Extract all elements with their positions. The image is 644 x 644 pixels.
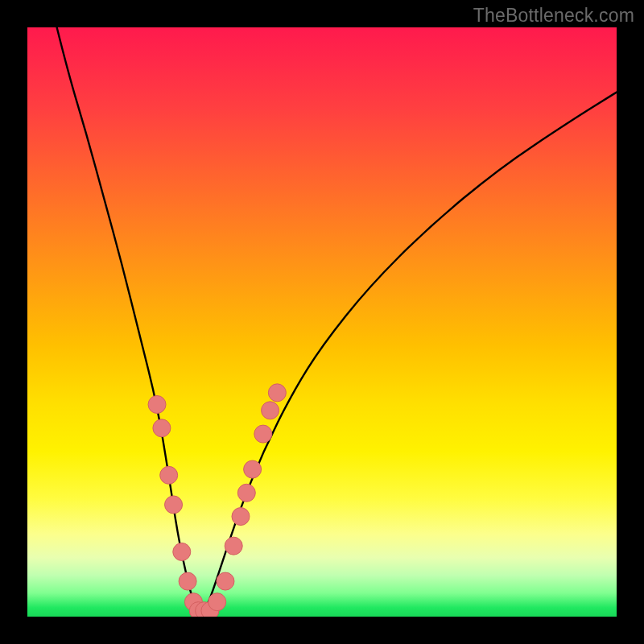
marker-point <box>217 572 234 590</box>
marker-point <box>148 395 166 413</box>
chart-svg <box>27 27 617 617</box>
marker-point <box>153 419 171 437</box>
marker-point <box>268 384 286 402</box>
plot-area <box>27 27 617 617</box>
marker-point <box>179 572 196 590</box>
marker-point <box>173 543 191 560</box>
bottleneck-curve <box>57 27 617 611</box>
marker-point <box>208 593 226 611</box>
marker-point <box>160 466 178 484</box>
marker-point <box>262 402 279 419</box>
marker-group <box>148 384 286 617</box>
watermark-text: TheBottleneck.com <box>473 5 634 27</box>
marker-point <box>237 484 255 502</box>
marker-point <box>244 460 262 478</box>
marker-point <box>254 425 272 443</box>
marker-point <box>232 508 250 526</box>
marker-point <box>225 537 242 555</box>
marker-point <box>165 496 183 514</box>
chart-frame: TheBottleneck.com <box>0 0 644 644</box>
